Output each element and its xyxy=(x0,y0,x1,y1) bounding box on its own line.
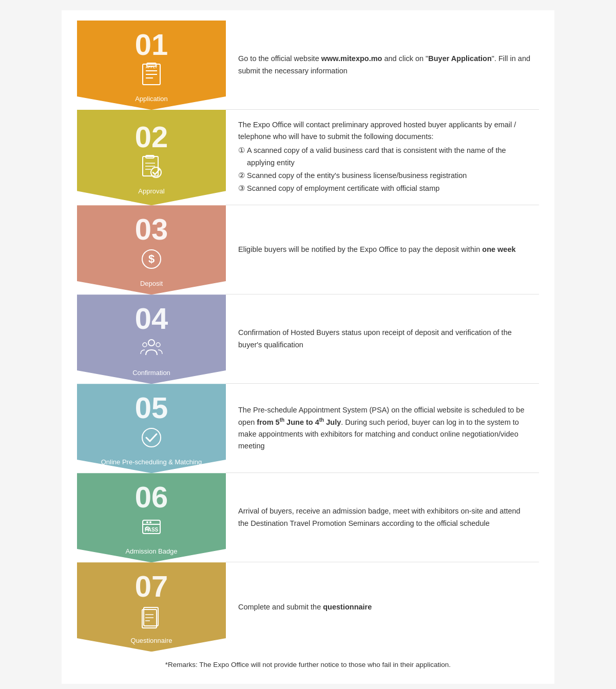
step-label-04: Confirmation xyxy=(132,369,170,377)
step-right-05: The Pre-schedule Appointment System (PSA… xyxy=(226,384,539,473)
svg-point-16 xyxy=(156,343,160,347)
svg-rect-24 xyxy=(144,607,158,626)
pass-icon: PASS xyxy=(139,514,164,544)
step-left-05: 05 Online Pre-scheduling & Matching xyxy=(77,384,226,473)
svg-text:$: $ xyxy=(148,252,155,265)
svg-point-14 xyxy=(148,340,155,346)
step-number-03: 03 xyxy=(135,214,168,244)
step-label-02: Approval xyxy=(138,187,164,195)
step-content-02: The Expo Office will contact preliminary… xyxy=(238,119,531,195)
step-label-03: Deposit xyxy=(140,280,163,287)
step-left-03: 03 $ Deposit xyxy=(77,205,226,294)
remarks-text: *Remarks: The Expo Office will not provi… xyxy=(77,661,539,668)
step-left-04: 04 Confirmation xyxy=(77,294,226,384)
step-content-05: The Pre-schedule Appointment System (PSA… xyxy=(238,404,531,452)
step-left-07: 07 Questionnaire xyxy=(77,562,226,652)
svg-point-17 xyxy=(142,428,161,447)
step-right-03: Eligible buyers will be notified by the … xyxy=(226,205,539,294)
step-left-02: 02 Approval xyxy=(77,110,226,205)
check-icon xyxy=(139,425,164,455)
step-content-01: Go to the official website www.mitexpo.m… xyxy=(238,53,531,76)
step-right-01: Go to the official website www.mitexpo.m… xyxy=(226,21,539,110)
step-row-04: 04 Confirmation Confirmation of Hosted B… xyxy=(77,294,539,384)
step-number-06: 06 xyxy=(135,482,168,512)
step-content-04: Confirmation of Hosted Buyers status upo… xyxy=(238,327,531,350)
step-right-06: Arrival of buyers, receive an admission … xyxy=(226,473,539,562)
main-container: 01 APPLY Application Go to the official … xyxy=(62,10,554,684)
svg-point-15 xyxy=(143,343,147,347)
svg-point-20 xyxy=(146,521,148,523)
step-label-07: Questionnaire xyxy=(131,637,172,644)
step-number-02: 02 xyxy=(135,122,168,152)
confirmation-icon xyxy=(139,336,164,366)
step-label-01: Application xyxy=(135,95,168,103)
approval-icon xyxy=(139,154,164,184)
svg-rect-25 xyxy=(142,609,157,628)
deposit-icon: $ xyxy=(139,246,164,277)
step-left-01: 01 APPLY Application xyxy=(77,21,226,110)
questionnaire-icon xyxy=(139,603,164,634)
step-right-02: The Expo Office will contact preliminary… xyxy=(226,110,539,205)
step-label-05: Online Pre-scheduling & Matching xyxy=(101,458,202,466)
step-row-05: 05 Online Pre-scheduling & Matching The … xyxy=(77,384,539,473)
step-label-06: Admission Badge xyxy=(125,547,177,555)
step-number-07: 07 xyxy=(135,572,168,601)
step-row-07: 07 Questionnaire Complete and submit the… xyxy=(77,562,539,652)
step-content-03: Eligible buyers will be notified by the … xyxy=(238,244,531,255)
step-content-07: Complete and submit the questionnaire xyxy=(238,601,531,613)
svg-text:APPLY: APPLY xyxy=(146,65,158,69)
step-number-05: 05 xyxy=(135,393,168,423)
svg-point-21 xyxy=(149,521,151,523)
step-right-07: Complete and submit the questionnaire xyxy=(226,562,539,652)
step-left-06: 06 PASS Admission Badge xyxy=(77,473,226,562)
step-row-03: 03 $ Deposit Eligible buyers will be not… xyxy=(77,205,539,294)
step-row-06: 06 PASS Admission Badge Arrival of buyer… xyxy=(77,473,539,562)
step-number-01: 01 xyxy=(135,30,168,60)
step-number-04: 04 xyxy=(135,304,168,333)
apply-icon: APPLY xyxy=(139,62,164,92)
step-row-01: 01 APPLY Application Go to the official … xyxy=(77,21,539,110)
step-right-04: Confirmation of Hosted Buyers status upo… xyxy=(226,294,539,384)
step-row-02: 02 Approval The Expo Office will contact… xyxy=(77,110,539,205)
step-content-06: Arrival of buyers, receive an admission … xyxy=(238,505,531,529)
